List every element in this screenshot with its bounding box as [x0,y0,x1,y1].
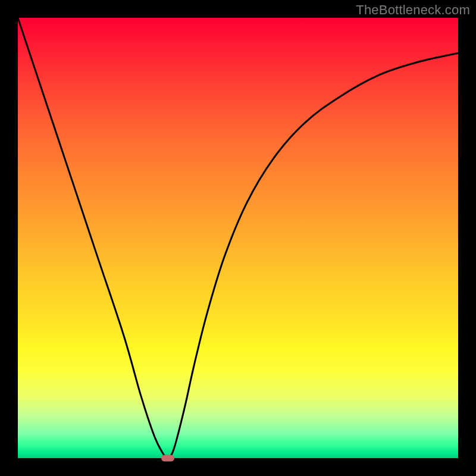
chart-frame: TheBottleneck.com [0,0,476,476]
minimum-marker [161,455,174,462]
curve-svg [18,18,458,458]
curve-path [18,18,458,458]
plot-area [18,18,458,458]
watermark-text: TheBottleneck.com [356,2,470,18]
